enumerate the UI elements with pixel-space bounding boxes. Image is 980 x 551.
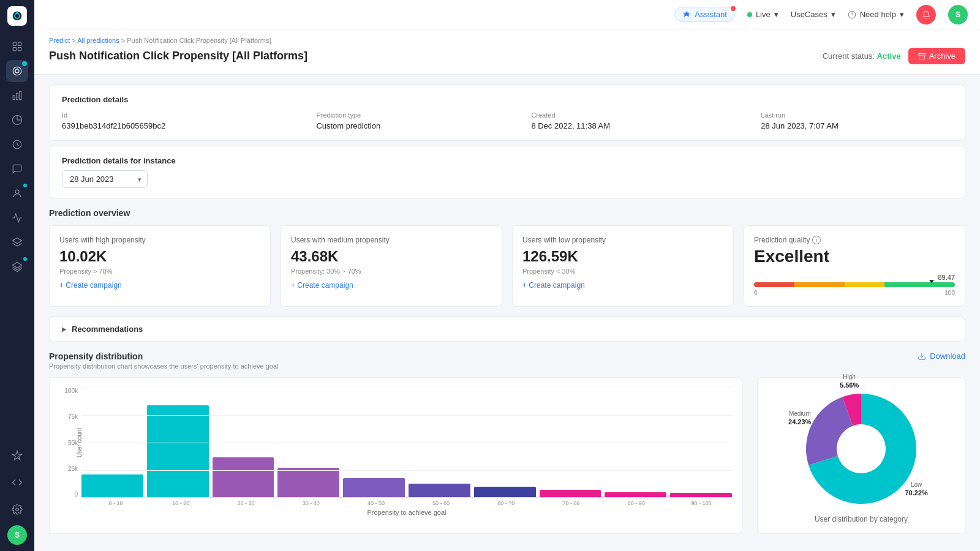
bar-9 bbox=[670, 493, 732, 497]
high-create-campaign[interactable]: + Create campaign bbox=[59, 281, 260, 290]
svg-rect-6 bbox=[18, 48, 21, 51]
sidebar-item-layers2[interactable] bbox=[6, 256, 28, 278]
sidebar-item-layers[interactable] bbox=[6, 231, 28, 253]
sidebar-item-code[interactable] bbox=[6, 471, 28, 493]
y-label-75k: 75k bbox=[59, 413, 78, 420]
svg-rect-11 bbox=[17, 93, 18, 100]
x-label-4: 40 - 50 bbox=[345, 500, 407, 506]
overview-cards: Users with high propensity 10.02K Propen… bbox=[49, 225, 965, 307]
detail-lastrun: Last run 28 Jun 2023, 7:07 AM bbox=[761, 111, 952, 130]
breadcrumb-all-predictions[interactable]: All predictions bbox=[77, 37, 119, 44]
low-create-campaign[interactable]: + Create campaign bbox=[522, 281, 723, 290]
distribution-section: Propensity distribution Propensity distr… bbox=[49, 351, 965, 534]
x-label-8: 80 - 90 bbox=[606, 500, 667, 506]
sidebar-badge bbox=[22, 61, 27, 66]
sidebar-item-predict[interactable] bbox=[6, 60, 28, 82]
download-button[interactable]: Download bbox=[918, 351, 965, 361]
live-dot bbox=[747, 12, 752, 17]
page-title: Push Notification Click Propensity [All … bbox=[49, 50, 307, 62]
pie-chart-area: Low70.22%Medium24.23%High5.56% User dist… bbox=[757, 377, 965, 534]
sidebar-item-home[interactable] bbox=[6, 36, 28, 58]
quality-card: Prediction quality i Excellent 89.47 0 1… bbox=[744, 225, 965, 307]
svg-point-2 bbox=[16, 11, 18, 13]
sidebar-item-sparkle[interactable] bbox=[6, 444, 28, 467]
x-label-5: 50 - 60 bbox=[410, 500, 472, 506]
high-card-sub: Propensity > 70% bbox=[59, 268, 260, 275]
sidebar-item-pie[interactable] bbox=[6, 109, 28, 131]
sidebar-item-message[interactable] bbox=[6, 158, 28, 180]
live-indicator[interactable]: Live ▾ bbox=[747, 10, 778, 19]
live-chevron: ▾ bbox=[774, 10, 778, 19]
medium-card-label: Users with medium propensity bbox=[291, 236, 492, 244]
y-label-0: 0 bbox=[59, 491, 78, 498]
bar-6 bbox=[474, 487, 536, 497]
svg-marker-16 bbox=[13, 263, 22, 268]
notification-bell[interactable] bbox=[916, 5, 936, 24]
sidebar-item-person[interactable] bbox=[6, 182, 28, 204]
sidebar-item-activity[interactable] bbox=[6, 207, 28, 229]
bar-5 bbox=[409, 484, 470, 497]
prediction-details-section: Prediction details Id 6391beb314df21b605… bbox=[49, 84, 965, 141]
bar-3 bbox=[277, 468, 339, 497]
lastrun-value: 28 Jun 2023, 7:07 AM bbox=[761, 121, 952, 130]
sidebar-item-circle[interactable] bbox=[6, 133, 28, 156]
quality-label: Prediction quality i bbox=[754, 236, 955, 244]
distribution-header: Propensity distribution Propensity distr… bbox=[49, 351, 965, 370]
medium-propensity-card: Users with medium propensity 43.68K Prop… bbox=[281, 225, 502, 307]
instance-select[interactable]: 28 Jun 2023 27 Jun 2023 26 Jun 2023 bbox=[62, 170, 148, 188]
quality-info-icon[interactable]: i bbox=[812, 236, 821, 244]
sidebar-item-analytics[interactable] bbox=[6, 84, 28, 107]
bar-2 bbox=[213, 457, 274, 497]
page-content: Predict > All predictions > Push Notific… bbox=[34, 29, 980, 551]
app-logo bbox=[7, 6, 27, 26]
overview-title: Prediction overview bbox=[49, 208, 965, 218]
recommendations-section[interactable]: ▶ Recommendations bbox=[49, 317, 965, 342]
medium-create-campaign[interactable]: + Create campaign bbox=[291, 281, 492, 290]
usecases-dropdown[interactable]: UseCases ▾ bbox=[791, 10, 835, 19]
prediction-details-grid: Id 6391beb314df21b605659bc2 Prediction t… bbox=[62, 111, 952, 130]
high-card-label: Users with high propensity bbox=[59, 236, 260, 244]
high-card-value: 10.02K bbox=[59, 248, 260, 265]
svg-point-8 bbox=[15, 69, 19, 73]
created-label: Created bbox=[531, 111, 724, 119]
topbar: Assistant Live ▾ UseCases ▾ Need help ▾ … bbox=[34, 0, 980, 29]
medium-card-value: 43.68K bbox=[291, 248, 492, 265]
low-card-sub: Propensity < 30% bbox=[522, 268, 723, 275]
quality-score-label: 89.47 bbox=[754, 274, 955, 281]
recommendations-chevron: ▶ bbox=[62, 326, 67, 332]
topbar-avatar[interactable]: S bbox=[948, 5, 968, 24]
y-label-100k: 100k bbox=[59, 388, 78, 394]
instance-label: Prediction details for instance bbox=[62, 156, 952, 165]
breadcrumb-predict[interactable]: Predict bbox=[49, 37, 70, 44]
archive-button[interactable]: Archive bbox=[908, 48, 965, 64]
svg-marker-15 bbox=[13, 238, 22, 244]
bar-1 bbox=[147, 405, 209, 497]
page-title-row: Push Notification Click Propensity [All … bbox=[49, 48, 965, 64]
page-header: Predict > All predictions > Push Notific… bbox=[34, 29, 980, 75]
bar-chart: 100k 75k 50k 25k 0 User count bbox=[59, 388, 732, 522]
created-value: 8 Dec 2022, 11:38 AM bbox=[531, 121, 724, 130]
quality-bar-container bbox=[754, 282, 955, 287]
help-dropdown[interactable]: Need help ▾ bbox=[848, 10, 904, 19]
bar-7 bbox=[540, 490, 601, 497]
recommendations-title: Recommendations bbox=[72, 324, 143, 334]
distribution-subtitle: Propensity distribution chart showcases … bbox=[49, 362, 278, 370]
quality-marker bbox=[929, 280, 935, 290]
archive-label: Archive bbox=[929, 51, 956, 61]
x-axis-label: Propensity to achieve goal bbox=[59, 509, 732, 516]
low-card-value: 126.59K bbox=[522, 248, 723, 265]
x-label-0: 0 - 10 bbox=[85, 500, 146, 506]
assistant-button[interactable]: Assistant bbox=[674, 7, 735, 22]
svg-rect-20 bbox=[918, 53, 925, 55]
distribution-title: Propensity distribution bbox=[49, 351, 278, 361]
instance-section: Prediction details for instance 28 Jun 2… bbox=[49, 146, 965, 198]
type-value: Custom prediction bbox=[316, 121, 494, 130]
pie-chart bbox=[800, 388, 922, 510]
sidebar-item-settings[interactable] bbox=[6, 498, 28, 520]
breadcrumb-current: Push Notification Click Propensity [All … bbox=[127, 37, 271, 44]
x-label-7: 70 - 80 bbox=[540, 500, 601, 506]
quality-bar bbox=[754, 282, 955, 287]
user-avatar[interactable]: S bbox=[7, 525, 27, 545]
overview-section: Prediction overview Users with high prop… bbox=[49, 208, 965, 307]
breadcrumb-sep1: > bbox=[72, 37, 77, 44]
